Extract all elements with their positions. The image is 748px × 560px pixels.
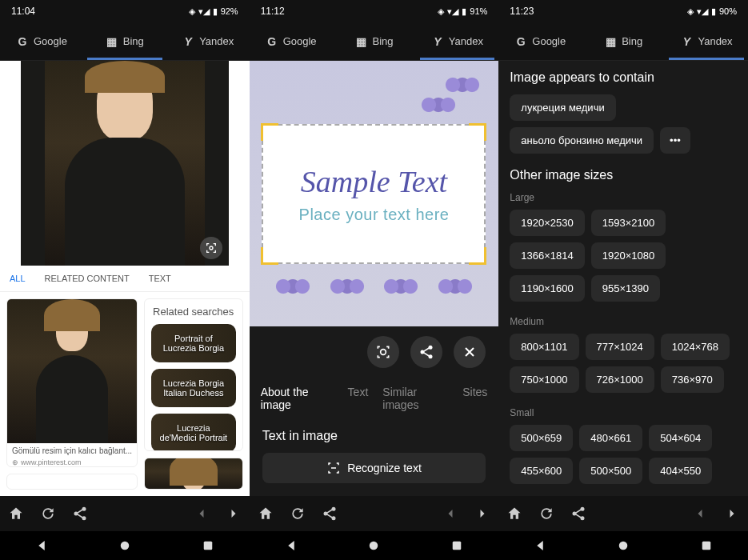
size-chip[interactable]: 750×1000: [510, 366, 578, 393]
close-button[interactable]: [454, 336, 486, 368]
phone-screenshot-3: 11:23 ◈ ▾◢ ▮ 90% GGoogle ▦Bing YYandex I…: [498, 0, 748, 560]
tab-label: Google: [283, 35, 317, 47]
crop-handle-br[interactable]: [469, 247, 486, 265]
related-chip[interactable]: Portrait of Lucrezia Borgia: [151, 324, 236, 362]
wifi-icon: ▾◢: [198, 6, 210, 17]
tab-yandex[interactable]: YYandex: [415, 22, 498, 60]
reload-icon[interactable]: [40, 506, 56, 522]
battery-icon: ▮: [711, 6, 716, 17]
tab-yandex[interactable]: YYandex: [665, 22, 748, 60]
status-icons: ◈ ▾◢ ▮ 90%: [687, 6, 737, 17]
back-icon[interactable]: [442, 506, 458, 522]
tab-google[interactable]: GGoogle: [0, 22, 83, 60]
result-thumb: [7, 299, 137, 443]
forward-icon[interactable]: [226, 506, 242, 522]
svg-point-0: [210, 246, 213, 250]
tab-text[interactable]: Text: [348, 386, 369, 411]
sys-back-icon[interactable]: [34, 538, 49, 553]
tab-sites[interactable]: Sites: [462, 386, 487, 411]
sys-back-icon[interactable]: [533, 538, 547, 553]
result-card[interactable]: Gömülü resim için kalıcı bağlant... ⊕www…: [6, 298, 138, 467]
tab-label: Yandex: [199, 35, 234, 47]
selection-frame[interactable]: Sample Text Place your text here: [262, 124, 486, 264]
home-icon[interactable]: [506, 506, 522, 522]
size-chip[interactable]: 1920×1080: [591, 242, 666, 269]
size-chip[interactable]: 736×970: [661, 366, 724, 393]
reload-icon[interactable]: [538, 506, 554, 522]
back-icon[interactable]: [194, 506, 210, 522]
query-image: [21, 61, 229, 266]
tag-chip[interactable]: аньоло бронзино медичи: [510, 127, 654, 154]
size-chip[interactable]: 480×661: [579, 425, 642, 451]
share-icon[interactable]: [72, 506, 88, 522]
google-icon: G: [16, 35, 29, 48]
tab-google[interactable]: GGoogle: [498, 22, 582, 60]
size-chip[interactable]: 455×600: [510, 458, 573, 484]
sys-recents-icon[interactable]: [699, 538, 714, 553]
svg-point-13: [370, 542, 378, 550]
large-sizes: 1920×2530 1593×2100 1366×1814 1920×1080 …: [510, 210, 737, 302]
recognize-text-button[interactable]: Recognize text: [262, 453, 486, 483]
size-chip[interactable]: 726×1000: [586, 366, 654, 393]
back-icon[interactable]: [692, 506, 708, 522]
home-icon[interactable]: [258, 506, 274, 522]
reload-icon[interactable]: [290, 506, 306, 522]
tab-bing[interactable]: ▦Bing: [83, 22, 166, 60]
size-chip[interactable]: 1024×768: [661, 334, 730, 360]
crop-handle-tr[interactable]: [469, 123, 486, 141]
share-icon[interactable]: [570, 506, 586, 522]
crop-icon[interactable]: [200, 237, 222, 259]
related-chip[interactable]: Lucrezia Borgia Italian Duchess: [151, 369, 236, 407]
size-chip[interactable]: 500×500: [579, 458, 642, 484]
related-chip[interactable]: Lucrezia de'Medici Portrait: [151, 414, 236, 451]
tab-text[interactable]: TEXT: [149, 274, 171, 283]
sys-home-icon[interactable]: [366, 538, 381, 553]
share-button[interactable]: [410, 336, 442, 368]
sys-back-icon[interactable]: [284, 538, 298, 553]
forward-icon[interactable]: [724, 506, 740, 522]
home-icon[interactable]: [8, 506, 24, 522]
result-card[interactable]: [6, 474, 138, 490]
size-chip[interactable]: 404×550: [649, 458, 712, 484]
tab-bing[interactable]: ▦Bing: [333, 22, 416, 60]
size-chip[interactable]: 1593×2100: [591, 210, 666, 236]
size-chip[interactable]: 777×1024: [586, 334, 654, 360]
lens-button[interactable]: [367, 336, 399, 368]
result-card[interactable]: [144, 458, 243, 490]
tab-about[interactable]: About the image: [261, 386, 334, 411]
status-bar: 11:23 ◈ ▾◢ ▮ 90%: [498, 0, 748, 22]
globe-icon: ⊕: [12, 458, 18, 466]
tab-bing[interactable]: ▦Bing: [582, 22, 665, 60]
tab-label: Yandex: [698, 35, 732, 47]
google-icon: G: [266, 35, 278, 48]
tab-related[interactable]: RELATED CONTENT: [45, 274, 130, 283]
size-chip[interactable]: 1920×2530: [510, 210, 584, 236]
sys-recents-icon[interactable]: [201, 538, 215, 553]
size-chip[interactable]: 800×1101: [510, 334, 578, 360]
yandex-icon: Y: [431, 35, 444, 48]
size-chip[interactable]: 1366×1814: [510, 242, 584, 269]
size-chip[interactable]: 1190×1600: [510, 275, 584, 302]
chip-label: Portrait of Lucrezia Borgia: [159, 334, 228, 353]
crop-handle-bl[interactable]: [261, 247, 278, 265]
crop-handle-tl[interactable]: [261, 123, 278, 141]
share-icon[interactable]: [322, 506, 338, 522]
size-chip[interactable]: 500×659: [510, 425, 573, 451]
sys-home-icon[interactable]: [118, 538, 132, 553]
tab-yandex[interactable]: YYandex: [166, 22, 250, 60]
svg-rect-14: [453, 542, 462, 550]
results-content: Sample Text Place your text here About t…: [250, 61, 499, 496]
contain-head: Image appears to contain: [510, 70, 737, 85]
tab-all[interactable]: ALL: [10, 274, 26, 283]
size-chip[interactable]: 955×1390: [591, 275, 660, 302]
tag-chip[interactable]: лукреция медичи: [510, 94, 615, 121]
small-sizes: 500×659 480×661 504×604 455×600 500×500 …: [510, 425, 737, 484]
sys-recents-icon[interactable]: [450, 538, 464, 553]
tab-google[interactable]: GGoogle: [250, 22, 333, 60]
more-chip[interactable]: •••: [660, 127, 690, 154]
size-chip[interactable]: 504×604: [649, 425, 712, 451]
sys-home-icon[interactable]: [616, 538, 630, 553]
tab-similar[interactable]: Similar images: [382, 386, 448, 411]
tab-label: Google: [34, 35, 67, 47]
forward-icon[interactable]: [474, 506, 490, 522]
